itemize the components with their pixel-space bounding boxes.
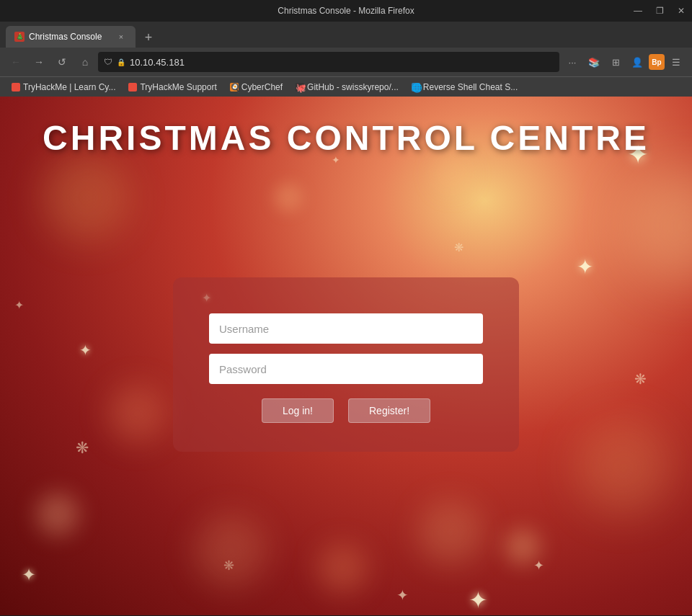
restore-button[interactable]: ❐ <box>649 0 670 22</box>
account-button[interactable]: 👤 <box>627 52 647 72</box>
nav-extra-buttons: ··· 📚 ⊞ 👤 Bp ☰ <box>562 52 686 72</box>
forward-button[interactable]: → <box>29 52 49 72</box>
star-decoration: ❋ <box>454 241 463 254</box>
bokeh-decoration <box>418 500 483 565</box>
star-decoration: ❋ <box>223 558 234 573</box>
sparkle-decoration: ✦ <box>469 586 488 614</box>
security-icon: 🛡 <box>104 57 112 67</box>
bokeh-decoration <box>274 183 303 212</box>
library-button[interactable]: 📚 <box>584 52 604 72</box>
password-input[interactable] <box>209 354 483 384</box>
username-input[interactable] <box>209 313 483 344</box>
back-button[interactable]: ← <box>6 52 26 72</box>
address-bar[interactable]: 🛡 🔒 10.10.45.181 <box>98 52 559 72</box>
page-title: CHRISTMAS CONTROL CENTRE <box>0 118 692 158</box>
sparkle-decoration: ✦ <box>396 586 409 604</box>
bookmark-favicon-icon: 🍳 <box>230 83 239 91</box>
window-controls: — ❐ ✕ <box>627 0 692 22</box>
register-button[interactable]: Register! <box>348 398 430 423</box>
home-button[interactable]: ⌂ <box>75 52 95 72</box>
sparkle-decoration: ✦ <box>79 342 92 359</box>
bokeh-decoration <box>43 154 130 241</box>
sparkle-decoration: ✦ <box>14 298 24 312</box>
tab-title: Christmas Console <box>29 32 111 42</box>
bokeh-decoration <box>317 543 368 594</box>
title-bar: Christmas Console - Mozilla Firefox — ❐ … <box>0 0 692 22</box>
bookmark-favicon-icon: 🐙 <box>296 83 304 91</box>
bookmark-cyberchef[interactable]: 🍳 CyberChef <box>224 81 288 94</box>
login-buttons: Log in! Register! <box>262 398 430 423</box>
page-content: ✦ ✦ ✦ ✦ ✦ ✦ ✦ ✦ ✦ ✦ ❋ ❋ ❋ ❋ CHRISTMAS CO… <box>0 97 692 615</box>
login-box: Log in! Register! <box>173 277 519 452</box>
bookmark-github[interactable]: 🐙 GitHub - swisskyrepo/... <box>290 81 404 94</box>
bookmark-tryhackme[interactable]: TryHackMe | Learn Cy... <box>6 81 121 94</box>
more-options-button[interactable]: ··· <box>562 52 582 72</box>
minimize-button[interactable]: — <box>627 0 649 22</box>
bookmarks-bar: TryHackMe | Learn Cy... TryHackMe Suppor… <box>0 76 692 97</box>
tab-favicon-icon: 🎄 <box>14 32 25 42</box>
login-button[interactable]: Log in! <box>262 398 334 423</box>
bookmark-favicon-icon: 🌐 <box>412 83 420 91</box>
star-decoration: ❋ <box>634 370 647 388</box>
hamburger-menu-button[interactable]: ☰ <box>666 52 686 72</box>
bookmark-favicon-icon <box>128 83 137 91</box>
bokeh-decoration <box>195 514 267 586</box>
sparkle-decoration: ✦ <box>533 558 544 573</box>
reader-button[interactable]: ⊞ <box>606 52 626 72</box>
tab-bar: 🎄 Christmas Console × + <box>0 22 692 48</box>
bokeh-decoration <box>432 154 472 194</box>
close-button[interactable]: ✕ <box>670 0 692 22</box>
new-tab-button[interactable]: + <box>138 27 159 48</box>
bokeh-decoration <box>36 493 79 536</box>
bokeh-decoration <box>577 421 670 514</box>
reload-button[interactable]: ↺ <box>52 52 72 72</box>
nav-bar: ← → ↺ ⌂ 🛡 🔒 10.10.45.181 ··· 📚 ⊞ 👤 Bp ☰ <box>0 48 692 76</box>
browser-chrome: Christmas Console - Mozilla Firefox — ❐ … <box>0 0 692 97</box>
bookmark-reverse-shell[interactable]: 🌐 Reverse Shell Cheat S... <box>406 81 523 94</box>
star-decoration: ❋ <box>76 439 89 457</box>
sparkle-decoration: ✦ <box>577 255 593 279</box>
sparkle-decoration: ✦ <box>22 565 36 585</box>
window-title: Christmas Console - Mozilla Firefox <box>278 6 414 16</box>
url-text: 10.10.45.181 <box>130 57 554 68</box>
burp-suite-badge[interactable]: Bp <box>649 54 665 70</box>
bookmark-favicon-icon <box>12 83 20 91</box>
bookmark-tryhackme-support[interactable]: TryHackMe Support <box>123 81 222 94</box>
lock-icon: 🔒 <box>117 58 125 66</box>
bokeh-decoration <box>108 385 166 442</box>
active-tab[interactable]: 🎄 Christmas Console × <box>6 26 136 48</box>
tab-close-button[interactable]: × <box>115 31 127 43</box>
